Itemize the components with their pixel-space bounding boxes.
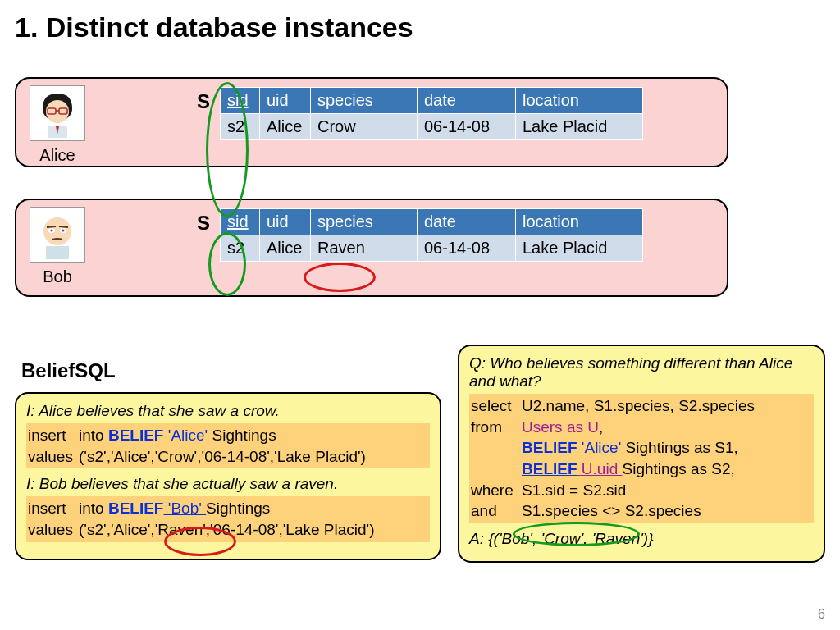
svg-point-6 <box>43 217 71 245</box>
avatar-label-bob: Bob <box>16 267 98 286</box>
svg-point-9 <box>50 229 52 231</box>
beliefsql-query-box: Q: Who believes something different than… <box>458 345 825 563</box>
avatar-bob <box>30 207 85 262</box>
query-question: Q: Who believes something different than… <box>469 354 814 390</box>
avatar-alice <box>30 85 85 141</box>
cell-location: Lake Placid <box>516 114 643 140</box>
th-species: species <box>311 88 418 114</box>
insert-desc-bob: I: Bob believes that she actually saw a … <box>26 475 430 493</box>
cell-uid: Alice <box>260 114 311 140</box>
query-code: selectU2.name, S1.species, S2.species fr… <box>469 394 814 523</box>
th-date: date <box>418 88 516 114</box>
svg-point-10 <box>62 229 64 231</box>
cell-species: Crow <box>311 114 418 140</box>
th-sid: sid <box>221 209 260 235</box>
page-title: 1. Distinct database instances <box>0 0 840 52</box>
panel-alice: Alice S sid uid species date location s2… <box>15 77 728 167</box>
th-date: date <box>418 209 516 235</box>
cell-sid: s2 <box>221 114 260 140</box>
page-number: 6 <box>818 607 825 622</box>
th-uid: uid <box>260 88 311 114</box>
th-location: location <box>516 88 643 114</box>
th-location: location <box>516 209 643 235</box>
insert-desc-alice: I: Alice believes that she saw a crow. <box>26 402 430 420</box>
cell-date: 06-14-08 <box>418 114 516 140</box>
th-uid: uid <box>260 209 311 235</box>
svg-rect-11 <box>46 246 69 259</box>
insert-code-bob: insertinto BELIEF 'Bob' Sightings values… <box>26 496 430 541</box>
sightings-table-alice: sid uid species date location s2 Alice C… <box>220 87 643 140</box>
th-species: species <box>311 209 418 235</box>
table-label-bob: S <box>197 212 210 235</box>
insert-code-alice: insertinto BELIEF 'Alice' Sightings valu… <box>26 423 430 468</box>
table-row: s2 Alice Crow 06-14-08 Lake Placid <box>221 114 643 140</box>
table-label-alice: S <box>197 90 210 113</box>
cell-location: Lake Placid <box>516 235 643 262</box>
cell-species: Raven <box>311 235 418 262</box>
beliefsql-insert-box: I: Alice believes that she saw a crow. i… <box>15 392 441 560</box>
sightings-table-bob: sid uid species date location s2 Alice R… <box>220 208 643 262</box>
cell-date: 06-14-08 <box>418 235 516 262</box>
cell-uid: Alice <box>260 235 311 262</box>
th-sid: sid <box>221 88 260 114</box>
beliefsql-heading: BeliefSQL <box>21 359 116 382</box>
avatar-label-alice: Alice <box>16 146 98 165</box>
svg-point-0 <box>46 100 69 123</box>
cell-sid: s2 <box>221 235 260 262</box>
table-row: s2 Alice Raven 06-14-08 Lake Placid <box>221 235 643 262</box>
query-answer: A: {('Bob', 'Crow', 'Raven')} <box>469 530 814 548</box>
panel-bob: Bob S sid uid species date location s2 A… <box>15 199 728 297</box>
